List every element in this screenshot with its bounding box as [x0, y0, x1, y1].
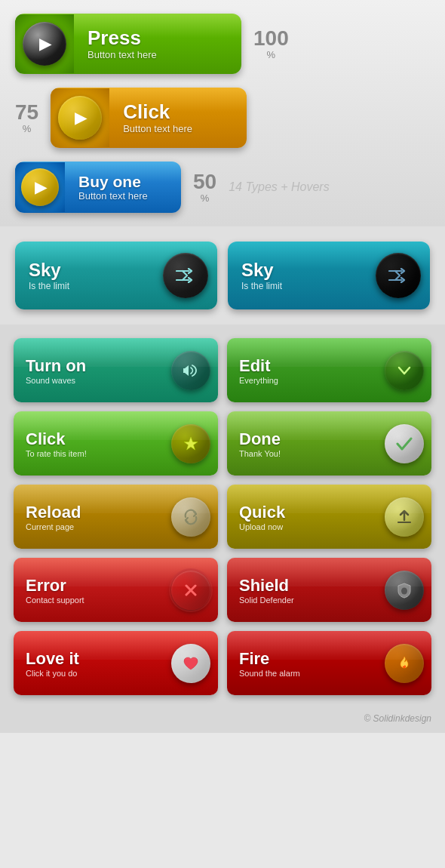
pct2-label: % [23, 123, 32, 134]
click-button[interactable]: ▶ Click Button text here [51, 88, 247, 148]
click-icon-circle: ▶ [51, 88, 109, 147]
x-icon [171, 571, 210, 610]
grid-title-3: Done [239, 429, 281, 449]
press-title: Press [87, 27, 228, 49]
grid-title-5: Quick [239, 503, 285, 522]
click-title: Click [123, 101, 233, 123]
buy-arrow-icon: ▶ [21, 168, 59, 206]
grid-btn-turn-on[interactable]: Turn on Sound waves [14, 338, 218, 402]
grid-btn-fire[interactable]: Fire Sound the alarm [227, 631, 431, 695]
footer-credit: © Solidinkdesign [364, 713, 431, 724]
row3: ▶ Buy one Button text here 50 % 14 Types… [15, 162, 430, 213]
grid-sub-4: Current page [26, 522, 81, 531]
grid-sub-9: Sound the alarm [239, 669, 300, 678]
sky-left-title: Sky [29, 260, 69, 281]
grid-sub-2: To rate this item! [26, 449, 87, 458]
grid-sub-5: Upload now [239, 522, 285, 531]
grid-btn-error[interactable]: Error Contact support [14, 558, 218, 622]
grid-sub-0: Sound waves [26, 376, 86, 385]
press-icon-circle: ▶ [15, 14, 74, 73]
pct3-value: 50 [193, 171, 216, 192]
grid-title-6: Error [26, 576, 84, 596]
grid-sub-7: Solid Defender [239, 596, 294, 605]
reload-icon [171, 497, 210, 537]
star-icon [171, 424, 210, 463]
sky-right-sub: Is the limit [241, 281, 282, 291]
grid-btn-shield[interactable]: Shield Solid Defender [227, 558, 431, 622]
pct1-display: 100 % [253, 28, 289, 60]
grid-sub-1: Everything [239, 376, 278, 385]
grid-btn-love[interactable]: Love it Click it you do [14, 631, 218, 695]
press-button[interactable]: ▶ Press Button text here [15, 14, 241, 74]
row2: 75 % ▶ Click Button text here [15, 88, 430, 148]
sky-right-icon [376, 253, 421, 298]
grid-sub-6: Contact support [26, 596, 84, 605]
upload-icon [385, 497, 424, 537]
types-text: 14 Types + Hovers [229, 180, 330, 195]
pct2-display: 75 % [15, 102, 38, 134]
grid-btn-done[interactable]: Done Thank You! [227, 411, 431, 476]
click-sub: Button text here [123, 123, 233, 134]
sky-right-title: Sky [241, 260, 282, 281]
grid-btn-edit[interactable]: Edit Everything [227, 338, 431, 402]
heart-icon [171, 644, 210, 683]
press-sub: Button text here [87, 49, 228, 60]
grid-title-2: Click [26, 429, 87, 449]
press-arrow-icon: ▶ [23, 22, 66, 66]
sky-left-button[interactable]: Sky Is the limit [15, 242, 217, 309]
check-icon [385, 424, 424, 463]
sky-section: Sky Is the limit Sky Is the limit [0, 226, 445, 325]
grid-btn-click[interactable]: Click To rate this item! [14, 411, 218, 476]
pct1-value: 100 [253, 28, 289, 49]
grid-sub-8: Click it you do [26, 669, 79, 678]
grid-title-7: Shield [239, 576, 294, 596]
grid-title-1: Edit [239, 356, 278, 376]
row1: ▶ Press Button text here 100 % [15, 14, 430, 74]
shield-icon [385, 571, 424, 610]
grid-title-4: Reload [26, 503, 81, 522]
grid-title-8: Love it [26, 649, 79, 669]
click-arrow-icon: ▶ [58, 96, 102, 140]
pct3-label: % [201, 192, 210, 204]
top-section: ▶ Press Button text here 100 % 75 % ▶ [0, 0, 445, 226]
sky-left-sub: Is the limit [29, 281, 69, 291]
dropdown-icon [385, 351, 424, 390]
buy-sub: Button text here [78, 190, 167, 202]
grid-title-0: Turn on [26, 356, 86, 376]
fire-icon [385, 644, 424, 683]
pct1-label: % [267, 49, 276, 60]
pct2-value: 75 [15, 102, 38, 123]
pct3-display: 50 % [193, 171, 216, 204]
sky-right-button[interactable]: Sky Is the limit [228, 242, 430, 309]
grid-btn-quick[interactable]: Quick Upload now [227, 485, 431, 549]
footer: © Solidinkdesign [0, 709, 445, 733]
buy-button[interactable]: ▶ Buy one Button text here [15, 162, 181, 213]
buy-title: Buy one [78, 173, 167, 190]
grid-sub-3: Thank You! [239, 449, 281, 458]
grid-title-9: Fire [239, 649, 300, 669]
buy-icon-circle: ▶ [15, 162, 65, 212]
svg-point-0 [401, 587, 407, 594]
grid-btn-reload[interactable]: Reload Current page [14, 485, 218, 549]
speaker-icon [171, 351, 210, 390]
grid-section: Turn on Sound waves Edit Everything Clic… [0, 325, 445, 709]
sky-left-icon [163, 253, 208, 298]
